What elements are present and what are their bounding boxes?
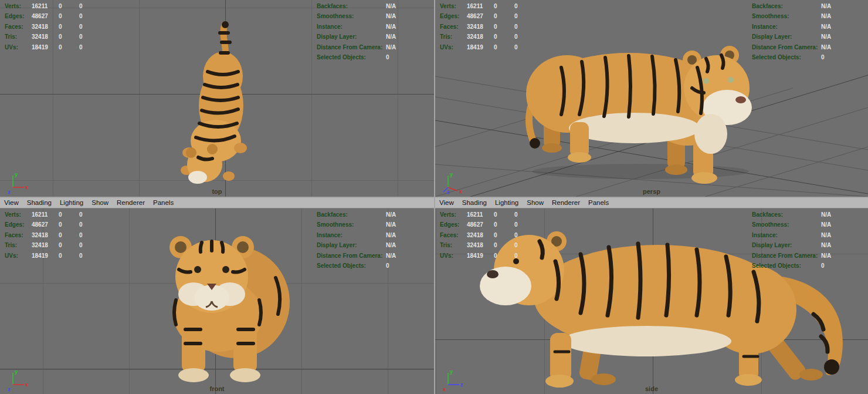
hud-label: Faces: [440, 22, 467, 32]
viewport-top-canvas[interactable]: Verts:1621100 Edges:4862700 Faces:324180… [0, 0, 434, 197]
hud-label: Display Layer: [752, 240, 821, 250]
hud-label: Smoothness: [752, 11, 821, 21]
menu-panels[interactable]: Panels [149, 198, 178, 208]
hud-value: 0 [494, 1, 514, 11]
hud-value: 0 [494, 11, 514, 21]
hud-value: 0 [59, 220, 79, 230]
hud-value: 0 [514, 240, 535, 250]
viewport-persp-canvas[interactable]: Verts:1621100 Edges:4862700 Faces:324180… [435, 0, 868, 197]
hud-value: 0 [79, 1, 100, 11]
hud-value: N/A [386, 32, 396, 42]
hud-row: Smoothness:N/A [752, 11, 831, 21]
hud-value: 48627 [467, 11, 494, 21]
viewport-front[interactable]: View Shading Lighting Show Renderer Pane… [0, 198, 434, 394]
hud-value: 16211 [32, 210, 59, 220]
hud-label: Instance: [317, 22, 386, 32]
hud-label: Edges: [440, 220, 467, 230]
hud-value: 32418 [32, 230, 59, 240]
hud-label: Selected Objects: [317, 261, 386, 271]
hud-value: 32418 [467, 32, 494, 42]
hud-label: Verts: [440, 1, 467, 11]
hud-row: UVs:1841900 [440, 251, 535, 261]
hud-label: Backfaces: [317, 1, 386, 11]
hud-label: UVs: [440, 42, 467, 52]
axis-y-label: y [15, 369, 18, 375]
menu-view[interactable]: View [0, 198, 23, 208]
hud-value: N/A [386, 210, 396, 220]
hud-value: 0 [79, 32, 100, 42]
hud-row: Edges:4862700 [440, 220, 535, 230]
hud-value: 0 [514, 32, 535, 42]
hud-label: Verts: [440, 210, 467, 220]
hud-row: Display Layer:N/A [317, 240, 396, 250]
hud-value: 0 [514, 210, 535, 220]
hud-value: 0 [494, 240, 514, 250]
axis-y-label: y [450, 171, 453, 177]
hud-value: 18419 [32, 42, 59, 52]
hud-row: Instance:N/A [752, 230, 831, 240]
hud-value: 0 [79, 42, 100, 52]
menu-renderer[interactable]: Renderer [548, 198, 584, 208]
menu-shading[interactable]: Shading [458, 198, 491, 208]
hud-label: Faces: [5, 22, 32, 32]
hud-row: UVs:1841900 [5, 251, 100, 261]
hud-label: Distance From Camera: [317, 42, 386, 52]
viewport-side-canvas[interactable]: Verts:1621100 Edges:4862700 Faces:324180… [435, 208, 868, 394]
hud-label: Tris: [5, 32, 32, 42]
menu-view[interactable]: View [435, 198, 458, 208]
tiger-persp [526, 46, 752, 184]
menu-lighting[interactable]: Lighting [491, 198, 523, 208]
hud-value: 0 [79, 251, 100, 261]
hud-value: 0 [59, 240, 79, 250]
hud-value: 0 [514, 22, 535, 32]
hud-value: 16211 [467, 210, 494, 220]
hud-label: Distance From Camera: [752, 42, 821, 52]
menu-renderer[interactable]: Renderer [113, 198, 149, 208]
hud-value: 0 [59, 32, 79, 42]
menu-panels[interactable]: Panels [584, 198, 613, 208]
menu-show[interactable]: Show [87, 198, 113, 208]
hud-label: Tris: [5, 240, 32, 250]
hud-label: Edges: [5, 11, 32, 21]
hud-row: Backfaces:N/A [317, 210, 396, 220]
hud-row: Verts:1621100 [440, 1, 535, 11]
hud-row: Backfaces:N/A [752, 210, 831, 220]
hud-value: N/A [821, 240, 831, 250]
hud-value: 0 [59, 22, 79, 32]
hud-label: Verts: [5, 210, 32, 220]
hud-label: Smoothness: [317, 11, 386, 21]
object-info-hud: Backfaces:N/A Smoothness:N/A Instance:N/… [317, 210, 396, 271]
hud-value: N/A [386, 22, 396, 32]
hud-row: Faces:3241800 [5, 22, 100, 32]
hud-value: 0 [514, 220, 535, 230]
menu-show[interactable]: Show [523, 198, 548, 208]
hud-value: 32418 [32, 22, 59, 32]
axis-y-label: y [450, 369, 453, 375]
view-label-side: side [435, 385, 868, 392]
hud-row: Display Layer:N/A [752, 32, 831, 42]
hud-row: Tris:3241800 [440, 32, 535, 42]
viewport-side[interactable]: View Shading Lighting Show Renderer Pane… [435, 198, 868, 394]
hud-row: Verts:1621100 [5, 1, 100, 11]
hud-row: Instance:N/A [317, 230, 396, 240]
polycount-hud: Verts:1621100 Edges:4862700 Faces:324180… [5, 1, 100, 52]
hud-value: 0 [79, 210, 100, 220]
hud-value: 0 [494, 220, 514, 230]
viewport-persp[interactable]: Verts:1621100 Edges:4862700 Faces:324180… [435, 0, 868, 197]
menu-shading[interactable]: Shading [23, 198, 56, 208]
menu-lighting[interactable]: Lighting [56, 198, 87, 208]
hud-value: N/A [821, 210, 831, 220]
hud-value: N/A [386, 230, 396, 240]
viewport-top[interactable]: Verts:1621100 Edges:4862700 Faces:324180… [0, 0, 434, 197]
hud-value: 0 [79, 22, 100, 32]
hud-value: N/A [821, 251, 831, 261]
hud-value: 0 [494, 210, 514, 220]
hud-row: UVs:1841900 [5, 42, 100, 52]
hud-row: Distance From Camera:N/A [752, 251, 831, 261]
hud-row: Tris:3241800 [5, 32, 100, 42]
hud-label: Backfaces: [752, 1, 821, 11]
hud-value: N/A [386, 240, 396, 250]
hud-label: UVs: [5, 42, 32, 52]
hud-value: N/A [821, 1, 831, 11]
viewport-front-canvas[interactable]: Verts:1621100 Edges:4862700 Faces:324180… [0, 208, 434, 394]
